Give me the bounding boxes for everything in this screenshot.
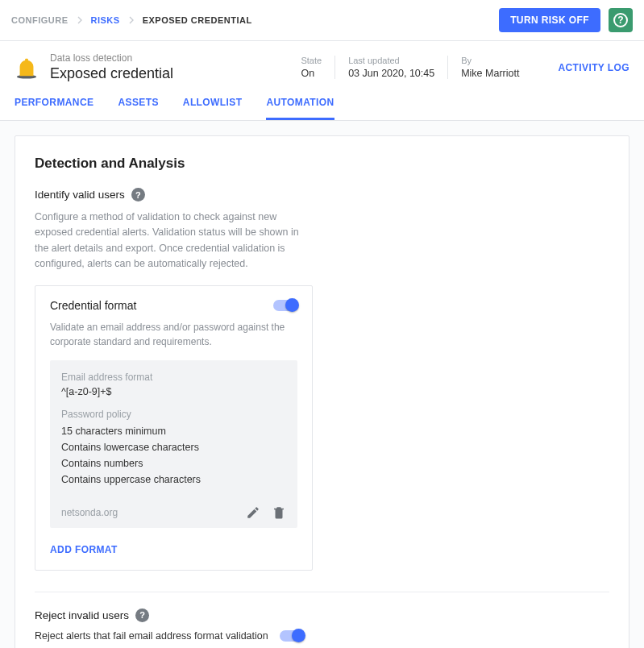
meta-state: State On <box>288 56 334 79</box>
password-policy-list: 15 characters minimum Contains lowercase… <box>61 423 286 488</box>
format-footer: netsonda.org <box>61 505 286 520</box>
tab-performance[interactable]: PERFORMANCE <box>15 97 93 120</box>
toggle-thumb <box>285 298 299 312</box>
help-button[interactable]: ? <box>609 8 633 32</box>
meta-state-value: On <box>301 68 322 79</box>
header-titles: Data loss detection Exposed credential <box>50 52 251 82</box>
identify-description: Configure a method of validation to chec… <box>35 210 309 272</box>
help-icon[interactable]: ? <box>135 609 149 622</box>
panel-title: Detection and Analysis <box>35 156 609 172</box>
breadcrumb: CONFIGURE RISKS EXPOSED CREDENTIAL <box>11 14 252 27</box>
policy-item: Contains numbers <box>61 455 286 471</box>
chevron-right-icon <box>125 14 138 27</box>
turn-risk-off-button[interactable]: TURN RISK OFF <box>499 8 600 32</box>
policy-item: Contains lowercase characters <box>61 439 286 455</box>
breadcrumb-risks[interactable]: RISKS <box>91 15 120 25</box>
chevron-right-icon <box>73 14 86 27</box>
meta-state-label: State <box>301 56 322 65</box>
tabs: PERFORMANCE ASSETS ALLOWLIST AUTOMATION <box>0 82 644 121</box>
meta-updated-value: 03 Jun 2020, 10:45 <box>348 68 434 79</box>
card-title: Credential format <box>50 299 136 312</box>
meta-updated: Last updated 03 Jun 2020, 10:45 <box>334 56 447 79</box>
reject-label: Reject invalid users <box>35 609 129 621</box>
svg-rect-1 <box>25 58 28 61</box>
detection-panel: Detection and Analysis Identify valid us… <box>15 135 629 648</box>
reject-email-toggle[interactable] <box>280 630 304 642</box>
main-content: Detection and Analysis Identify valid us… <box>0 121 644 648</box>
reject-email-label: Reject alerts that fail email address fo… <box>35 630 268 642</box>
meta-updated-label: Last updated <box>348 56 434 65</box>
risk-icon <box>15 56 39 80</box>
reject-heading: Reject invalid users ? <box>35 609 609 622</box>
identify-label: Identify valid users <box>35 189 125 201</box>
credential-format-card: Credential format Validate an email addr… <box>35 285 313 571</box>
tab-assets[interactable]: ASSETS <box>118 97 158 120</box>
domain-text: netsonda.org <box>61 507 118 518</box>
breadcrumb-current: EXPOSED CREDENTIAL <box>143 15 252 25</box>
help-icon[interactable]: ? <box>131 188 145 201</box>
divider <box>35 592 609 592</box>
top-bar: CONFIGURE RISKS EXPOSED CREDENTIAL TURN … <box>0 0 644 41</box>
header-subtitle: Data loss detection <box>50 52 251 64</box>
meta-by-label: By <box>461 56 519 65</box>
credential-format-toggle[interactable] <box>273 300 297 311</box>
tab-automation[interactable]: AUTOMATION <box>266 97 334 120</box>
tab-allowlist[interactable]: ALLOWLIST <box>183 97 243 120</box>
delete-icon[interactable] <box>272 505 286 520</box>
format-actions <box>246 505 286 520</box>
email-format-value: ^[a-z0-9]+$ <box>61 386 286 397</box>
meta-by: By Mike Marriott <box>447 56 532 79</box>
breadcrumb-configure[interactable]: CONFIGURE <box>11 15 69 25</box>
add-format-button[interactable]: ADD FORMAT <box>50 544 118 555</box>
header-meta: State On Last updated 03 Jun 2020, 10:45… <box>288 56 532 79</box>
card-header: Credential format <box>50 299 297 312</box>
page-title: Exposed credential <box>50 65 251 82</box>
activity-log-link[interactable]: ACTIVITY LOG <box>558 62 629 73</box>
question-icon: ? <box>613 13 628 27</box>
format-details-box: Email address format ^[a-z0-9]+$ Passwor… <box>50 360 297 528</box>
meta-by-value: Mike Marriott <box>461 68 519 79</box>
password-policy-label: Password policy <box>61 409 286 420</box>
email-format-label: Email address format <box>61 372 286 383</box>
card-description: Validate an email address and/or passwor… <box>50 320 297 349</box>
identify-heading: Identify valid users ? <box>35 188 609 201</box>
reject-email-row: Reject alerts that fail email address fo… <box>35 630 609 642</box>
toggle-thumb <box>292 629 305 642</box>
policy-item: Contains uppercase characters <box>61 471 286 488</box>
policy-item: 15 characters minimum <box>61 423 286 439</box>
edit-icon[interactable] <box>246 505 260 520</box>
page-header: Data loss detection Exposed credential S… <box>0 41 644 82</box>
topbar-actions: TURN RISK OFF ? <box>499 8 633 32</box>
